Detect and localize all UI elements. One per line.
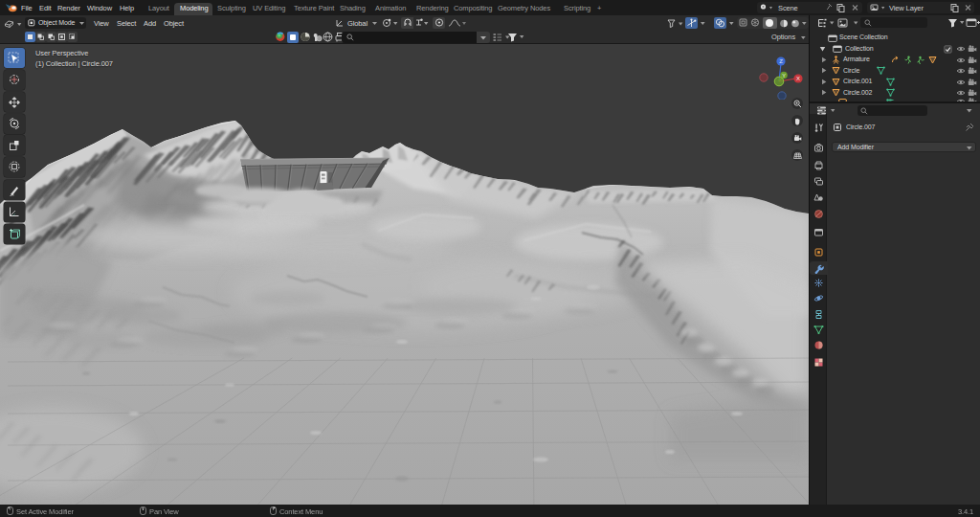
svg-text:Y: Y [782, 73, 786, 79]
svg-text:Z: Z [779, 58, 783, 64]
svg-text:X: X [796, 76, 800, 81]
